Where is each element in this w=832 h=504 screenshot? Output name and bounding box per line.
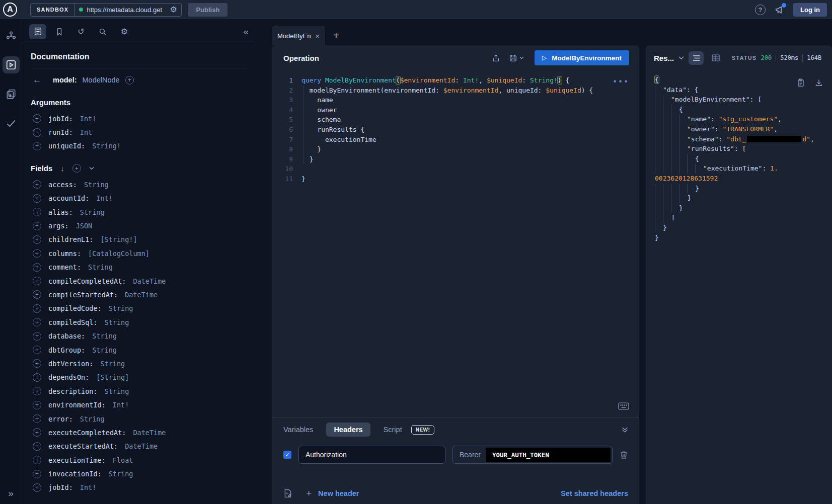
- io-tab-headers[interactable]: Headers: [326, 423, 370, 437]
- login-button[interactable]: Log in: [793, 3, 827, 17]
- io-tab-script[interactable]: Script: [384, 426, 402, 434]
- announcements-button[interactable]: [775, 5, 784, 15]
- explorer-button[interactable]: [3, 56, 20, 73]
- header-value-input[interactable]: Bearer YOUR_AUTH_TOKEN: [452, 446, 613, 464]
- field-name-link[interactable]: jobId:: [48, 483, 73, 491]
- download-response-button[interactable]: [815, 78, 823, 87]
- new-header-plus-icon[interactable]: +: [306, 488, 312, 498]
- add-to-query-icon[interactable]: +: [33, 208, 41, 216]
- add-to-query-icon[interactable]: +: [33, 235, 41, 244]
- add-to-query-icon[interactable]: +: [33, 470, 41, 478]
- save-dropdown-chevron-icon[interactable]: [519, 56, 524, 59]
- field-name-link[interactable]: error:: [48, 415, 73, 423]
- add-to-query-icon[interactable]: +: [33, 249, 41, 258]
- field-name-link[interactable]: executeStartedAt:: [48, 442, 118, 450]
- fields-chevron-down-icon[interactable]: [89, 166, 94, 170]
- field-name-link[interactable]: database:: [48, 332, 85, 340]
- endpoint-settings-icon[interactable]: ⚙: [170, 6, 177, 14]
- save-button[interactable]: [509, 54, 524, 62]
- field-name-link[interactable]: compiledSql:: [48, 318, 98, 326]
- operation-tab[interactable]: ModelByEnvi... ×: [272, 26, 325, 45]
- add-to-query-icon[interactable]: +: [33, 263, 41, 272]
- documentation-tab-button[interactable]: [29, 24, 46, 39]
- back-icon[interactable]: ←: [33, 75, 41, 85]
- header-enabled-checkbox[interactable]: ✓: [283, 451, 291, 459]
- model-type-link[interactable]: ModelNode: [83, 76, 120, 84]
- add-to-query-icon[interactable]: +: [33, 332, 41, 341]
- table-view-button[interactable]: [708, 51, 723, 65]
- add-to-query-icon[interactable]: +: [33, 456, 41, 464]
- add-to-query-icon[interactable]: +: [33, 359, 41, 368]
- add-to-query-icon[interactable]: +: [33, 290, 41, 299]
- preflight-script-button[interactable]: [283, 489, 292, 498]
- add-to-query-icon[interactable]: +: [33, 483, 41, 492]
- add-to-query-icon[interactable]: +: [33, 428, 41, 437]
- field-name-link[interactable]: description:: [48, 387, 98, 395]
- field-name-link[interactable]: comment:: [48, 263, 81, 271]
- sandbox-pages-button[interactable]: [3, 86, 20, 103]
- field-name-link[interactable]: compiledCode:: [48, 304, 102, 312]
- field-name-link[interactable]: invocationId:: [48, 470, 102, 478]
- add-to-query-icon[interactable]: +: [33, 304, 41, 313]
- add-all-fields-icon[interactable]: +: [72, 164, 81, 173]
- add-to-query-icon[interactable]: +: [33, 142, 41, 150]
- run-operation-button[interactable]: ▷ ModelByEnvironment: [535, 50, 629, 65]
- add-to-query-icon[interactable]: +: [33, 442, 41, 451]
- field-name-link[interactable]: runId:: [48, 128, 73, 136]
- auth-token-value[interactable]: YOUR_AUTH_TOKEN: [486, 448, 611, 462]
- field-name-link[interactable]: compileCompletedAt:: [48, 277, 126, 285]
- add-model-icon[interactable]: +: [125, 76, 134, 85]
- add-to-query-icon[interactable]: +: [33, 114, 41, 123]
- field-name-link[interactable]: columns:: [48, 249, 81, 258]
- settings-button[interactable]: ⚙: [116, 24, 133, 39]
- share-button[interactable]: [492, 54, 500, 62]
- field-name-link[interactable]: jobId:: [48, 115, 73, 123]
- field-name-link[interactable]: access:: [48, 181, 77, 189]
- close-tab-icon[interactable]: ×: [315, 32, 320, 40]
- header-key-input[interactable]: [298, 446, 445, 464]
- field-name-link[interactable]: executionTime:: [48, 456, 106, 464]
- field-name-link[interactable]: args:: [48, 222, 69, 230]
- help-icon[interactable]: ?: [755, 5, 766, 15]
- query-editor[interactable]: 1query ModelByEnvironment($environmentId…: [272, 70, 639, 417]
- sort-fields-icon[interactable]: ↓: [60, 164, 64, 173]
- new-tab-button[interactable]: +: [333, 30, 339, 40]
- publish-button[interactable]: Publish: [188, 3, 228, 17]
- response-dropdown-button[interactable]: [678, 56, 684, 60]
- field-name-link[interactable]: environmentId:: [48, 401, 106, 409]
- add-to-query-icon[interactable]: +: [33, 318, 41, 326]
- field-name-link[interactable]: compileStartedAt:: [48, 291, 118, 299]
- collapse-io-panel-button[interactable]: [622, 427, 628, 433]
- field-name-link[interactable]: executeCompletedAt:: [48, 429, 126, 437]
- copy-response-button[interactable]: [797, 78, 805, 87]
- endpoint-url-input[interactable]: https://metadata.cloud.get: [87, 6, 166, 14]
- bookmarks-button[interactable]: [51, 24, 68, 39]
- checks-button[interactable]: [3, 115, 20, 132]
- add-to-query-icon[interactable]: +: [33, 346, 41, 354]
- field-name-link[interactable]: childrenL1:: [48, 235, 93, 243]
- json-view-button[interactable]: [689, 51, 704, 65]
- add-to-query-icon[interactable]: +: [33, 373, 41, 382]
- keyboard-shortcuts-button[interactable]: [618, 402, 629, 410]
- field-name-link[interactable]: dependsOn:: [48, 373, 89, 381]
- io-tab-variables[interactable]: Variables: [283, 426, 313, 434]
- schema-graph-button[interactable]: [3, 27, 20, 44]
- add-to-query-icon[interactable]: +: [33, 222, 41, 230]
- field-name-link[interactable]: accountId:: [48, 194, 89, 202]
- add-to-query-icon[interactable]: +: [33, 414, 41, 423]
- editor-menu-button[interactable]: •••: [613, 77, 629, 88]
- add-to-query-icon[interactable]: +: [33, 387, 41, 395]
- add-to-query-icon[interactable]: +: [33, 277, 41, 285]
- field-name-link[interactable]: dbtGroup:: [48, 346, 85, 354]
- add-to-query-icon[interactable]: +: [33, 128, 41, 137]
- set-shared-headers-link[interactable]: Set shared headers: [561, 489, 628, 497]
- field-name-link[interactable]: uniqueId:: [48, 142, 85, 150]
- delete-header-button[interactable]: [620, 451, 628, 459]
- add-to-query-icon[interactable]: +: [33, 194, 41, 203]
- expand-rail-button[interactable]: »: [8, 488, 14, 499]
- history-button[interactable]: ↺: [72, 24, 90, 39]
- search-button[interactable]: [94, 24, 111, 39]
- field-name-link[interactable]: dbtVersion:: [48, 360, 93, 368]
- collapse-docs-button[interactable]: «: [243, 26, 249, 37]
- add-to-query-icon[interactable]: +: [33, 401, 41, 409]
